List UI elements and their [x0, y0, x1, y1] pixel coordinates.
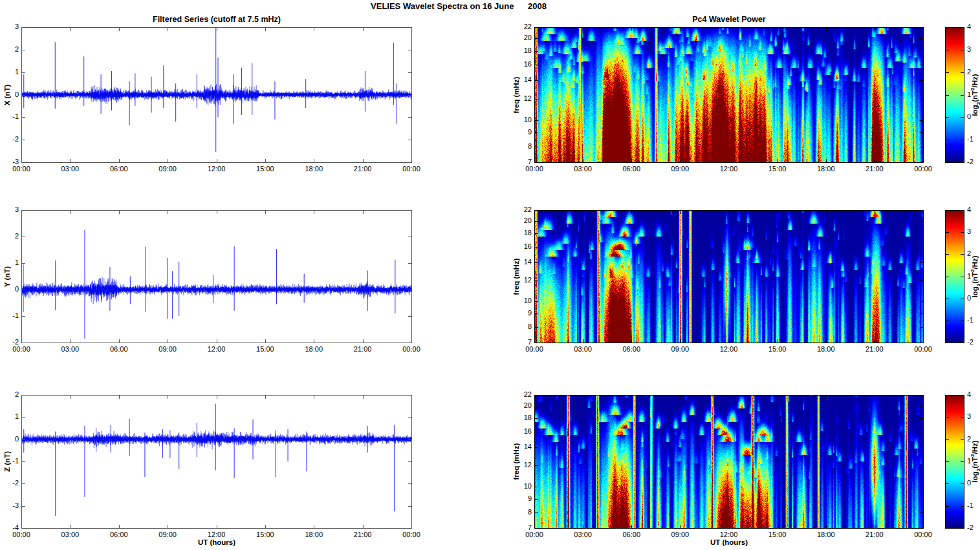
y-tick-label: -4: [2, 524, 19, 531]
colorbar-3-gradient: [945, 395, 964, 529]
x-tick-label: 06:00: [613, 345, 649, 353]
colorbar-tick-label: -2: [967, 158, 980, 165]
x-tick-label: 06:00: [101, 165, 137, 173]
y-tick-label: 16: [515, 242, 532, 250]
colorbar-tick-label: 4: [967, 206, 980, 213]
colorbar-3: 43210-1-2: [945, 395, 964, 529]
y-tick-label: 1: [2, 68, 19, 76]
y-tick-label: 20: [515, 401, 532, 409]
y-wavelet-panel: 00:0003:0006:0009:0012:0015:0018:0021:00…: [534, 210, 924, 343]
y-tick-label: 7: [515, 524, 532, 531]
colorbar-tick-label: -1: [967, 135, 980, 143]
y-tick-label: 3: [2, 23, 19, 30]
colorbar-tick-label: -2: [967, 524, 980, 531]
y-tick-label: 22: [515, 206, 532, 213]
y-tick-label: -2: [2, 135, 19, 143]
y-tick-label: -3: [2, 158, 19, 165]
x-tick-label: 06:00: [613, 165, 649, 173]
y-tick-label: 2: [2, 232, 19, 240]
y-tick-label: 22: [515, 23, 532, 30]
x-tick-label: 15:00: [247, 165, 283, 173]
colorbar-tick-label: -2: [967, 338, 980, 346]
colorbar-tick-label: -1: [967, 316, 980, 324]
right-column-title: Pc4 Wavelet Power: [692, 15, 765, 24]
y-series-plot: [21, 210, 412, 343]
y-tick-label: 20: [515, 217, 532, 224]
x-tick-label: 18:00: [296, 165, 332, 173]
z-wavelet-y-axis-label: freq (mHz): [512, 443, 520, 480]
y-tick-label: -2: [2, 479, 19, 487]
colorbar-tick-label: 4: [967, 23, 980, 30]
colorbar-tick-label: 4: [967, 390, 980, 398]
x-tick-label: 00:00: [905, 531, 941, 538]
x-tick-label: 03:00: [52, 165, 88, 173]
y-tick-label: 18: [515, 414, 532, 421]
left-x-axis-label: UT (hours): [198, 538, 235, 546]
x-tick-label: 21:00: [856, 531, 893, 538]
x-tick-label: 03:00: [565, 345, 601, 353]
x-tick-label: 12:00: [711, 531, 747, 538]
x-tick-label: 06:00: [101, 345, 137, 353]
x-tick-label: 00:00: [393, 345, 430, 353]
x-tick-label: 09:00: [662, 165, 698, 173]
x-tick-label: 18:00: [296, 345, 332, 353]
x-tick-label: 15:00: [247, 531, 283, 538]
y-tick-label: -2: [2, 338, 19, 346]
y-tick-label: -1: [2, 112, 19, 120]
y-tick-label: 8: [515, 142, 532, 150]
x-tick-label: 12:00: [199, 345, 235, 353]
z-wavelet-panel: 00:0003:0006:0009:0012:0015:0018:0021:00…: [534, 395, 924, 529]
left-column-title: Filtered Series (cutoff at 7.5 mHz): [153, 15, 281, 24]
y-tick-label: 7: [515, 338, 532, 346]
x-tick-label: 09:00: [149, 345, 186, 353]
y-tick-label: -3: [2, 502, 19, 509]
colorbar-1: 43210-1-2: [945, 27, 964, 163]
y-tick-label: 9: [515, 128, 532, 136]
y-tick-label: 3: [2, 206, 19, 213]
y-wavelet-y-axis-label: freq (mHz): [512, 259, 520, 295]
colorbar-3-label: log2(nT2/Hz): [970, 440, 980, 482]
y-tick-label: 20: [515, 34, 532, 41]
z-series-panel: 00:0003:0006:0009:0012:0015:0018:0021:00…: [21, 395, 412, 529]
x-tick-label: 21:00: [856, 165, 893, 173]
colorbar-tick-label: -1: [967, 502, 980, 509]
colorbar-2-label: log2(nT2/Hz): [970, 255, 980, 297]
x-tick-label: 09:00: [662, 345, 698, 353]
x-tick-label: 00:00: [516, 165, 552, 173]
x-tick-label: 00:00: [905, 165, 941, 173]
x-tick-label: 15:00: [759, 345, 796, 353]
x-tick-label: 03:00: [52, 531, 88, 538]
x-tick-label: 00:00: [393, 165, 430, 173]
x-tick-label: 03:00: [565, 531, 601, 538]
y-tick-label: 8: [515, 323, 532, 330]
y-tick-label: -1: [2, 312, 19, 319]
y-tick-label: 9: [515, 309, 532, 317]
colorbar-tick-label: 3: [967, 412, 980, 420]
x-tick-label: 09:00: [662, 531, 698, 538]
x-tick-label: 18:00: [808, 165, 844, 173]
y-tick-label: 10: [515, 116, 532, 123]
x-tick-label: 03:00: [52, 345, 88, 353]
x-tick-label: 12:00: [711, 165, 747, 173]
y-tick-label: 8: [515, 508, 532, 516]
y-tick-label: 1: [2, 412, 19, 420]
y-series-panel: 00:0003:0006:0009:0012:0015:0018:0021:00…: [21, 210, 412, 343]
x-tick-label: 12:00: [199, 165, 235, 173]
x-tick-label: 00:00: [393, 531, 430, 538]
y-tick-label: 10: [515, 482, 532, 490]
x-tick-label: 00:00: [3, 531, 39, 538]
x-tick-label: 18:00: [296, 531, 332, 538]
y-tick-label: 9: [515, 494, 532, 502]
colorbar-2-gradient: [945, 210, 964, 343]
x-tick-label: 03:00: [565, 165, 601, 173]
x-tick-label: 21:00: [856, 345, 893, 353]
z-series-plot: [21, 395, 412, 529]
y-tick-label: 18: [515, 47, 532, 54]
x-tick-label: 00:00: [3, 165, 39, 173]
y-tick-label: 2: [2, 45, 19, 53]
y-tick-label: 7: [515, 158, 532, 165]
x-wavelet-panel: 00:0003:0006:0009:0012:0015:0018:0021:00…: [534, 27, 924, 163]
x-tick-label: 21:00: [345, 165, 381, 173]
z-wavelet-spectrogram: [534, 395, 924, 529]
x-tick-label: 12:00: [711, 345, 747, 353]
